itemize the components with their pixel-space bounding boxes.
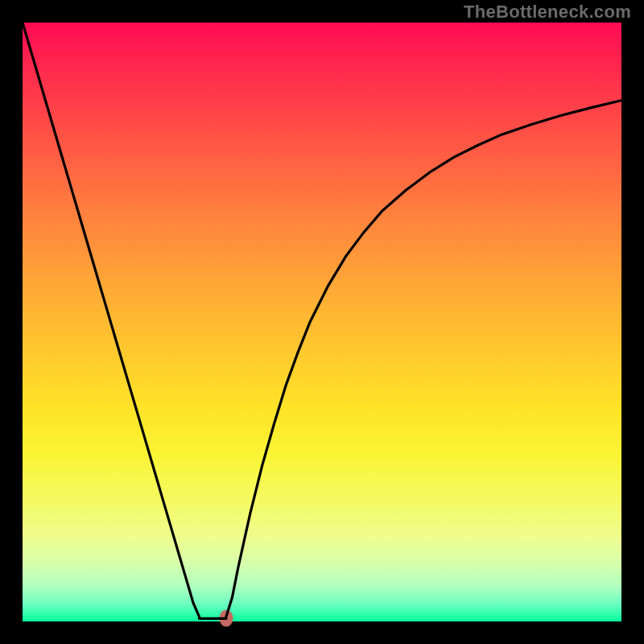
watermark-text: TheBottleneck.com — [464, 2, 631, 23]
chart-frame: TheBottleneck.com — [0, 0, 644, 644]
curve-left-branch — [23, 23, 199, 617]
bottleneck-curve — [23, 23, 621, 621]
curve-right-branch — [226, 101, 621, 617]
